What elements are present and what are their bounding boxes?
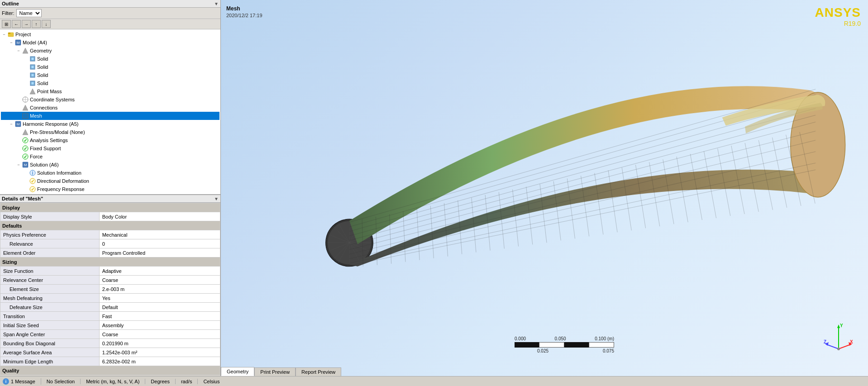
details-title: Details of "Mesh" [2,196,43,201]
details-value[interactable]: Coarse [99,276,220,285]
details-label: Relevance [0,239,100,248]
tree-expand-directional[interactable] [23,178,29,184]
tree-icon-mesh [22,112,29,119]
tree-expand-solinfo[interactable] [23,170,29,176]
tree-expand-harmonic[interactable]: − [8,121,14,127]
tree-icon-analysis: ✓ [22,137,29,144]
tree-item-frequency[interactable]: ✓Frequency Response [1,185,219,193]
tree-expand-frequency[interactable] [23,186,29,192]
svg-marker-13 [30,89,35,94]
details-value[interactable]: Body Color [99,212,220,221]
tree-expand-solid1[interactable] [23,56,29,62]
tree-item-harmonic[interactable]: −MHarmonic Response (A5) [1,120,219,128]
tree-item-force[interactable]: ✓Force [1,152,219,161]
filter-select[interactable]: Name [16,9,42,17]
svg-text:M: M [17,41,20,45]
details-row: Physics PreferenceMechanical [0,230,220,239]
tree-expand-solid2[interactable] [23,64,29,70]
details-value[interactable]: 0.201990 m [99,339,220,348]
details-value[interactable]: Yes [99,294,220,303]
tree-item-connections[interactable]: Connections [1,104,219,112]
tree-expand-prestress[interactable] [15,129,22,135]
toolbar-btn-expand[interactable]: ⊞ [2,20,11,28]
status-angular-rate: rad/s [181,379,198,384]
tree-expand-solid4[interactable] [23,80,29,86]
tree-item-solinfo[interactable]: iSolution Information [1,169,219,177]
tree-expand-geometry[interactable]: − [15,48,22,54]
details-value[interactable]: Fast [99,312,220,321]
tree-item-solid1[interactable]: Solid [1,55,219,63]
tree-item-fixedsupport[interactable]: ✓Fixed Support [1,144,219,152]
tree-expand-coord[interactable] [15,96,22,103]
tree-expand-model[interactable]: − [8,39,14,46]
tree-item-mesh[interactable]: Mesh [1,112,219,120]
tree-icon-solinfo: i [29,169,36,176]
svg-rect-10 [31,74,34,76]
details-row: TransitionFast [0,312,220,321]
tree-item-prestress[interactable]: Pre-Stress/Modal (None) [1,128,219,136]
details-row: Relevance CenterCoarse [0,276,220,285]
details-row: Span Angle CenterCoarse [0,330,220,339]
details-value[interactable]: Program Controlled [99,248,220,257]
tree-expand-force[interactable] [15,153,22,160]
svg-line-82 [622,167,631,230]
svg-line-83 [635,165,645,228]
tree-expand-solution[interactable]: − [15,162,22,168]
details-value[interactable]: Mechanical [99,230,220,239]
tree-item-coord[interactable]: Coordinate Systems [1,95,219,104]
svg-text:✓: ✓ [31,187,34,192]
tab-print-preview[interactable]: Print Preview [254,367,296,376]
tree-expand-project[interactable]: − [1,31,7,38]
tree-item-solid3[interactable]: Solid [1,71,219,79]
tree-expand-solid3[interactable] [23,72,29,78]
svg-line-60 [349,163,816,263]
tree-item-project[interactable]: −Project [1,30,219,38]
tab-geometry[interactable]: Geometry [221,367,254,376]
tree-item-model[interactable]: −MModel (A4) [1,38,219,47]
details-value[interactable]: Default [99,303,220,312]
scale-label-075: 0.075 [603,348,614,353]
toolbar-btn-forward[interactable]: → [22,20,31,28]
tree-expand-analysis[interactable] [15,137,22,143]
tree-expand-connections[interactable] [15,105,22,111]
details-value[interactable]: 2.e-003 m [99,285,220,294]
tree-expand-pointmass[interactable] [23,88,29,95]
tab-report-preview[interactable]: Report Preview [296,367,341,376]
details-value[interactable]: 6.2832e-002 m [99,357,220,366]
details-value[interactable]: Assembly [99,321,220,330]
details-row: Display [0,203,220,212]
tree-item-pointmass[interactable]: Point Mass [1,87,219,95]
tree-item-solution[interactable]: −MSolution (A6) [1,161,219,169]
tree-label-model: Model (A4) [23,40,47,45]
details-row: Display StyleBody Color [0,212,220,221]
svg-text:Y: Y [840,323,843,328]
outline-pin[interactable]: ▼ [214,1,219,6]
status-temperature-text: Celsius [203,379,219,384]
viewport: Mesh 2020/12/2 17:19 ANSYS R19.0 [221,0,868,376]
scale-label-025: 0.025 [537,348,548,353]
details-pin[interactable]: ▼ [214,196,219,201]
svg-line-85 [663,159,674,224]
mesh-canvas [221,0,868,362]
toolbar-btn-back[interactable]: ← [12,20,21,28]
details-value[interactable]: 1.2542e-003 m² [99,348,220,357]
tree-item-analysis[interactable]: ✓Analysis Settings [1,136,219,144]
tree-item-directional[interactable]: ✓Directional Deformation [1,177,219,185]
details-row: Sizing [0,257,220,267]
details-value[interactable]: Coarse [99,330,220,339]
svg-text:✓: ✓ [31,179,34,184]
tree-item-geometry[interactable]: −Geometry [1,47,219,55]
details-value[interactable]: 0 [99,239,220,248]
tree-expand-mesh[interactable] [15,113,22,119]
svg-line-84 [649,162,660,226]
svg-line-67 [417,209,420,260]
toolbar-btn-sort[interactable]: ↓ [42,20,51,28]
tree-item-solid4[interactable]: Solid [1,79,219,87]
tree-item-solid2[interactable]: Solid [1,63,219,71]
toolbar-btn-up[interactable]: ↑ [32,20,41,28]
details-row: Size FunctionAdaptive [0,267,220,276]
tree-expand-fixedsupport[interactable] [15,145,22,152]
details-value[interactable]: Adaptive [99,267,220,276]
tree-label-mesh: Mesh [30,113,42,119]
details-row: Minimum Edge Length6.2832e-002 m [0,357,220,366]
